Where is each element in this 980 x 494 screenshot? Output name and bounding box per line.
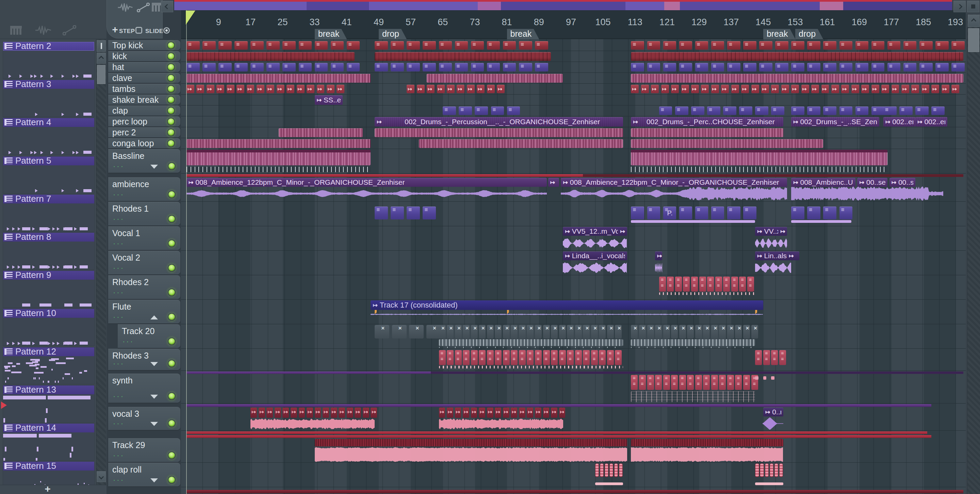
audio-clip[interactable]: ↦..3 <box>548 178 559 187</box>
track-mute-led[interactable] <box>168 313 176 321</box>
playhead-flag[interactable] <box>186 11 195 25</box>
automation-strip[interactable] <box>186 431 927 434</box>
waveform[interactable] <box>315 447 627 462</box>
track-header-clap[interactable]: clap <box>108 105 180 116</box>
automation-strip[interactable] <box>583 174 963 177</box>
pattern-scroll-down-button[interactable] <box>97 471 106 482</box>
midi-pattern-clip[interactable]: ≡ <box>347 41 360 50</box>
midi-pattern-clip[interactable]: ≡ <box>807 106 821 115</box>
midi-pattern-clip[interactable]: ≡≡ <box>591 350 598 365</box>
pattern-name[interactable]: Pattern 10 <box>3 309 94 318</box>
pattern-item-pattern-8[interactable]: Pattern 8 <box>3 232 95 270</box>
automation-icon[interactable] <box>137 3 150 12</box>
audio-clip[interactable]: ↦008_Ambience_122bpm_C_Minor_-_ORGANICHO… <box>186 178 547 187</box>
midi-pattern-clip[interactable]: ↦ <box>661 85 669 93</box>
midi-pattern-clip[interactable]: ≡ <box>423 63 436 71</box>
scroll-right-button[interactable] <box>953 1 966 12</box>
midi-pattern-clip[interactable]: ↦ <box>931 85 939 93</box>
midi-pattern-clip[interactable]: ≡≡ <box>615 350 622 365</box>
midi-pattern-clip[interactable]: ≡ <box>407 206 420 219</box>
midi-pattern-clip[interactable]: ≡ <box>407 63 420 71</box>
timeline-marker[interactable]: break <box>315 29 347 39</box>
pattern-item-pattern-14[interactable]: Pattern 14 <box>3 423 95 461</box>
midi-pattern-clip[interactable]: × <box>735 325 742 338</box>
pattern-item-pattern-4[interactable]: Pattern 4 <box>3 118 95 155</box>
midi-pattern-clip[interactable]: ↦ <box>317 85 325 93</box>
pattern-name[interactable]: Pattern 2 <box>3 42 94 51</box>
midi-pattern-clip[interactable]: ≡ <box>503 63 516 71</box>
midi-pattern-clip[interactable]: ↦ <box>363 408 369 418</box>
midi-pattern-clip[interactable]: ≡ <box>856 106 869 115</box>
midi-pattern-clip[interactable] <box>614 463 618 477</box>
track-options[interactable]: ··· <box>113 313 124 321</box>
track-header-vocal-3[interactable]: vocal 3··· <box>108 407 180 430</box>
midi-pattern-clip[interactable]: ≡ <box>920 41 933 50</box>
midi-pattern-clip[interactable]: ↦ <box>307 408 313 418</box>
audio-clip[interactable]: ↦002..er <box>883 117 915 127</box>
waveform[interactable] <box>791 186 943 201</box>
waveform[interactable] <box>655 261 662 275</box>
midi-pattern-clip[interactable]: ≡ <box>872 41 885 50</box>
track-header-kick[interactable]: kick <box>108 51 180 61</box>
midi-pattern-clip[interactable]: × <box>519 325 526 338</box>
midi-pattern-clip[interactable]: ≡≡ <box>655 375 662 390</box>
track-mute-led[interactable] <box>167 63 175 71</box>
midi-pattern-clip[interactable]: ↦ <box>371 408 377 418</box>
midi-pattern-clip[interactable]: ≡ <box>727 63 740 71</box>
midi-pattern-clip[interactable]: ≡ <box>234 63 248 71</box>
track-header-shake-break[interactable]: shake break <box>108 95 180 105</box>
midi-pattern-clip[interactable]: ≡ <box>823 41 837 50</box>
midi-pattern-clip[interactable]: ≡ <box>443 106 456 115</box>
midi-pattern-clip[interactable]: × <box>495 325 501 338</box>
timeline-marker[interactable]: break <box>507 29 539 39</box>
midi-pattern-clip[interactable]: ↦ <box>323 408 329 418</box>
track-options[interactable]: ··· <box>113 419 124 428</box>
audio-clip[interactable]: ↦Linda__..i_vocals <box>563 251 627 260</box>
midi-pattern-clip[interactable]: ≡ <box>471 63 484 71</box>
midi-pattern-clip[interactable]: ↦ <box>275 408 281 418</box>
midi-pattern-clip[interactable] <box>763 376 766 380</box>
pattern-name[interactable]: Pattern 9 <box>3 271 94 280</box>
midi-pattern-clip[interactable]: ↦ <box>437 85 445 93</box>
track-group-expand-icon[interactable] <box>150 362 158 366</box>
midi-pattern-clip[interactable]: ≡ <box>487 41 500 50</box>
midi-pattern-clip[interactable]: ≡≡ <box>675 276 682 292</box>
midi-pattern-clip[interactable]: ≡ <box>727 41 740 50</box>
midi-pattern-clip[interactable]: ↦ <box>861 85 869 93</box>
midi-pattern-clip[interactable]: ≡≡ <box>567 350 574 365</box>
midi-pattern-clip[interactable]: × <box>543 325 550 338</box>
midi-pattern-clip[interactable]: ≡ <box>391 63 404 71</box>
midi-pattern-clip[interactable]: × <box>527 325 533 338</box>
step-toggle[interactable] <box>135 27 142 34</box>
midi-pattern-clip[interactable]: ↦ <box>227 85 234 93</box>
track-mute-led[interactable] <box>167 129 175 137</box>
midi-pattern-clip[interactable]: ≡ <box>775 63 788 71</box>
midi-pattern-clip[interactable]: ≡ <box>647 206 660 219</box>
midi-pattern-clip[interactable]: ↦ <box>297 85 305 93</box>
midi-pattern-clip[interactable]: ≡≡ <box>535 350 542 365</box>
midi-pattern-clip[interactable]: ≡ <box>711 41 724 50</box>
midi-pattern-clip[interactable]: ≡ <box>915 106 929 115</box>
midi-pattern-clip[interactable]: ≡ <box>791 206 804 219</box>
midi-pattern-clip[interactable] <box>775 463 778 477</box>
midi-pattern-clip[interactable]: ↦ <box>266 85 274 93</box>
midi-pattern-clip[interactable]: ↦ <box>256 85 264 93</box>
midi-pattern-clip[interactable]: ≡ <box>743 206 756 219</box>
midi-pattern-clip[interactable]: ≡ <box>807 41 821 50</box>
audio-clip[interactable]: ↦Lin..als↦ <box>755 251 799 260</box>
midi-pattern-clip[interactable]: ≡ <box>202 41 216 50</box>
midi-pattern-clip[interactable]: ≡ <box>491 106 504 115</box>
pattern-name[interactable]: Pattern 12 <box>3 347 94 356</box>
midi-pattern-clip[interactable]: × <box>607 325 614 338</box>
midi-pattern-clip[interactable]: × <box>439 325 446 338</box>
pattern-name[interactable]: Pattern 8 <box>3 233 94 241</box>
midi-pattern-clip[interactable]: × <box>599 325 606 338</box>
midi-pattern-clip[interactable]: ≡≡ <box>731 276 738 292</box>
midi-pattern-clip[interactable]: ≡ <box>282 63 296 71</box>
midi-pattern-clip[interactable]: ≡ <box>375 63 388 71</box>
audio-clip[interactable]: ↦002_Drums_-_Percussion__.._-_ORGANICHOU… <box>375 117 623 127</box>
midi-pattern-clip[interactable]: ↦ <box>901 85 909 93</box>
midi-pattern-clip[interactable]: ≡ <box>691 106 705 115</box>
midi-pattern-clip[interactable]: ≡≡ <box>707 276 714 292</box>
midi-pattern-clip[interactable]: ≡ <box>695 41 708 50</box>
